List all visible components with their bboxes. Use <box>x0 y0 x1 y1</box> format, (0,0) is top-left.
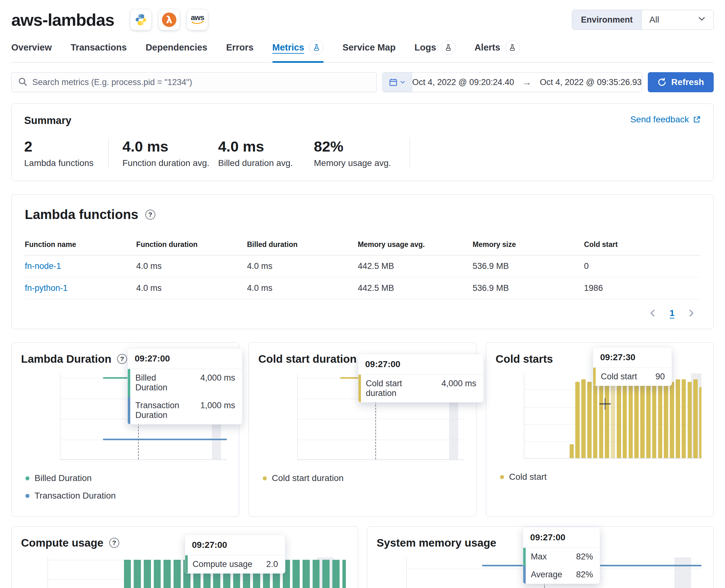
summary-stat-memory-usage-avg-: 82%Memory usage avg. <box>314 138 410 168</box>
table-cell: 4.0 ms <box>136 261 247 271</box>
chart-title: Cold start duration <box>258 353 356 365</box>
table-cell: 4.0 ms <box>247 261 358 271</box>
bar-compute-usage[interactable] <box>303 560 310 588</box>
tooltip-series-label: Max <box>526 548 551 566</box>
bar-cold-start[interactable] <box>581 379 586 458</box>
bar-cold-start[interactable] <box>652 379 657 458</box>
bar-compute-usage[interactable] <box>164 560 171 588</box>
refresh-button-label: Refresh <box>671 77 704 87</box>
bar-cold-start[interactable] <box>693 379 698 458</box>
bar-cold-start[interactable] <box>599 382 603 458</box>
environment-select[interactable]: Environment All <box>572 10 714 30</box>
bar-cold-start[interactable] <box>611 380 615 458</box>
tab-metrics[interactable]: Metrics <box>272 40 324 62</box>
tab-label: Metrics <box>272 42 305 53</box>
tab-dependencies[interactable]: Dependencies <box>146 40 207 62</box>
bar-cold-start[interactable] <box>682 379 686 458</box>
beaker-icon[interactable] <box>309 40 324 55</box>
bar-compute-usage[interactable] <box>322 560 330 588</box>
legend-item-cold-start-duration[interactable]: Cold start duration <box>263 473 467 483</box>
help-icon[interactable]: ? <box>109 538 119 548</box>
bar-compute-usage[interactable] <box>124 560 131 588</box>
tooltip-row: Max82% <box>523 548 600 566</box>
bar-cold-start[interactable] <box>658 382 663 458</box>
page-header: aws-lambdas λ aws Environment All <box>11 0 714 30</box>
column-header-memory-size[interactable]: Memory size <box>473 240 584 249</box>
bar-cold-start[interactable] <box>623 382 627 458</box>
table-cell: 536.9 MB <box>473 284 584 293</box>
bar-cold-start[interactable] <box>699 387 702 458</box>
bar-cold-start[interactable] <box>605 379 609 458</box>
tooltip-series-label: Cold start <box>596 368 642 385</box>
tab-transactions[interactable]: Transactions <box>70 40 127 62</box>
bar-compute-usage[interactable] <box>332 560 339 588</box>
legend-item-transaction-duration[interactable]: Transaction Duration <box>25 491 229 501</box>
bar-compute-usage[interactable] <box>343 560 346 588</box>
stat-label: Function duration avg. <box>122 158 218 168</box>
beaker-icon[interactable] <box>441 40 456 55</box>
bar-cold-start[interactable] <box>617 379 621 458</box>
send-feedback-link[interactable]: Send feedback <box>630 114 701 125</box>
column-header-cold-start[interactable]: Cold start <box>584 240 700 249</box>
next-page-button[interactable] <box>686 309 696 318</box>
tab-logs[interactable]: Logs <box>414 40 455 62</box>
page-number-1[interactable]: 1 <box>669 308 675 318</box>
beaker-icon[interactable] <box>505 40 520 55</box>
bar-cold-start[interactable] <box>664 379 668 458</box>
legend-label: Billed Duration <box>35 473 92 483</box>
summary-heading: Summary <box>24 114 71 126</box>
bar-cold-start[interactable] <box>569 444 574 458</box>
bar-cold-start[interactable] <box>670 382 674 458</box>
date-range-picker[interactable]: Oct 4, 2022 @ 09:20:24.40 → Oct 4, 2022 … <box>382 72 642 92</box>
tab-overview[interactable]: Overview <box>11 40 52 62</box>
chart-title: System memory usage <box>377 537 496 549</box>
date-range-start[interactable]: Oct 4, 2022 @ 09:20:24.40 <box>412 78 514 87</box>
bar-compute-usage[interactable] <box>292 560 300 588</box>
table-cell: 4.0 ms <box>136 284 247 293</box>
table-cell: 4.0 ms <box>247 284 358 293</box>
tab-alerts[interactable]: Alerts <box>475 40 520 62</box>
tooltip-series-color <box>593 368 596 385</box>
date-range-display[interactable]: Oct 4, 2022 @ 09:20:24.40 → Oct 4, 2022 … <box>412 72 642 92</box>
column-header-billed-duration[interactable]: Billed duration <box>247 240 358 249</box>
stat-label: Lambda functions <box>24 158 108 168</box>
column-header-function-name[interactable]: Function name <box>25 240 136 249</box>
bar-compute-usage[interactable] <box>173 560 181 588</box>
series-line-transaction-duration[interactable] <box>103 439 227 440</box>
table-pagination: 1 <box>25 299 700 324</box>
bar-cold-start[interactable] <box>688 382 692 458</box>
function-name-link[interactable]: fn-python-1 <box>25 284 136 293</box>
bar-compute-usage[interactable] <box>154 560 161 588</box>
chart-legend: Cold start <box>500 472 704 482</box>
bar-cold-start[interactable] <box>634 382 639 458</box>
search-metrics-box[interactable] <box>11 72 377 92</box>
search-metrics-input[interactable] <box>32 78 370 87</box>
function-name-link[interactable]: fn-node-1 <box>25 261 136 271</box>
tab-errors[interactable]: Errors <box>226 40 254 62</box>
previous-page-button[interactable] <box>648 309 658 318</box>
bar-compute-usage[interactable] <box>144 560 151 588</box>
legend-item-cold-start[interactable]: Cold start <box>500 472 704 482</box>
bar-cold-start[interactable] <box>676 379 680 458</box>
bar-cold-start[interactable] <box>575 382 580 458</box>
column-header-function-duration[interactable]: Function duration <box>136 240 247 249</box>
bar-cold-start[interactable] <box>640 379 645 458</box>
tab-service-map[interactable]: Service Map <box>343 40 395 62</box>
help-icon[interactable]: ? <box>145 210 156 219</box>
column-header-memory-usage-avg-[interactable]: Memory usage avg. <box>358 240 473 249</box>
bar-cold-start[interactable] <box>593 379 598 458</box>
tab-label: Alerts <box>475 42 500 53</box>
refresh-button[interactable]: Refresh <box>648 72 714 92</box>
summary-stat-lambda-functions: 2Lambda functions <box>24 138 108 168</box>
bar-cold-start[interactable] <box>646 382 650 458</box>
bar-cold-start[interactable] <box>587 382 592 458</box>
environment-select-value[interactable]: All <box>642 10 713 29</box>
bar-cold-start[interactable] <box>629 379 633 458</box>
bar-compute-usage[interactable] <box>313 560 320 588</box>
quick-select-date-button[interactable] <box>382 72 412 92</box>
help-icon[interactable]: ? <box>117 354 127 364</box>
bar-compute-usage[interactable] <box>134 560 141 588</box>
date-range-end[interactable]: Oct 4, 2022 @ 09:35:26.93 <box>540 78 642 87</box>
legend-item-billed-duration[interactable]: Billed Duration <box>25 473 229 483</box>
legend-label: Cold start <box>509 472 547 482</box>
